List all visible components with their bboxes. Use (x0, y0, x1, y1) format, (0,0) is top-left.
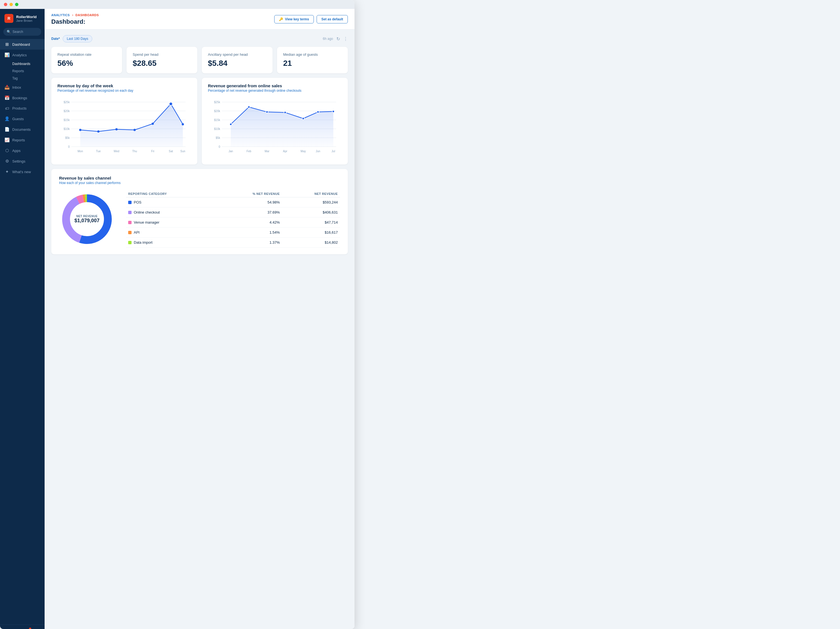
category-label: Venue manager (134, 220, 159, 224)
logo-icon: R (5, 14, 13, 23)
kpi-value: $28.65 (133, 59, 191, 68)
svg-text:Thu: Thu (132, 150, 137, 153)
inbox-icon: 📥 (5, 85, 9, 90)
kpi-label: Repeat visitation rate (57, 52, 116, 57)
breadcrumb-dashboards[interactable]: DASHBOARDS (76, 13, 99, 17)
search-icon: 🔍 (7, 30, 11, 34)
revenue-cell: $593,244 (282, 198, 340, 207)
svg-text:Apr: Apr (283, 150, 287, 153)
revenue-cell: $47,714 (282, 218, 340, 228)
svg-point-18 (169, 102, 172, 106)
color-indicator (128, 241, 131, 244)
svg-point-42 (266, 111, 268, 113)
whats-new-icon: ✦ (5, 169, 9, 174)
svg-text:$15k: $15k (214, 119, 221, 122)
svg-point-16 (134, 129, 136, 131)
last-updated-label: 6h ago (323, 37, 333, 41)
sidebar-item-reports[interactable]: 📈 Reports (0, 135, 44, 145)
sidebar: R RollerWorld Jane Brown 🔍 Search ⊞ Dash… (0, 9, 44, 629)
window-chrome (0, 0, 355, 9)
chart-online-subtitle: Percentage of net revenue generated thro… (208, 89, 342, 93)
breadcrumb-separator: › (72, 13, 73, 17)
kpi-card-ancillary-spend: Ancillary spend per head $5.84 (202, 47, 273, 73)
notification-badge (29, 627, 31, 629)
channel-body: NET REVENUE $1,079,007 REPORTING CATEGOR… (59, 190, 340, 248)
table-row: API 1.54% $16,617 (126, 228, 340, 237)
sidebar-item-tag[interactable]: Tag (12, 75, 44, 82)
sidebar-item-dashboard[interactable]: ⊞ Dashboard (0, 39, 44, 50)
settings-icon: ⚙ (5, 159, 9, 164)
svg-text:Tue: Tue (96, 150, 101, 153)
view-key-terms-button[interactable]: 🔑 View key terms (274, 15, 314, 24)
kpi-label: Median age of guests (283, 52, 342, 57)
main-area: ANALYTICS › DASHBOARDS Dashboard: 🔑 View… (44, 9, 355, 629)
category-label: Data import (134, 240, 152, 245)
svg-text:Fri: Fri (151, 150, 155, 153)
sidebar-item-label: Analytics (12, 53, 27, 57)
svg-point-19 (182, 123, 184, 125)
set-as-default-button[interactable]: Set as default (317, 15, 348, 24)
chrome-maximize[interactable] (15, 3, 18, 6)
svg-text:Mar: Mar (264, 150, 270, 153)
svg-text:0: 0 (218, 145, 220, 149)
sidebar-item-label: Inbox (12, 85, 21, 90)
sidebar-item-apps[interactable]: ⬡ Apps (0, 145, 44, 156)
col-header-category: REPORTING CATEGORY (126, 190, 216, 198)
reports-icon: 📈 (5, 137, 9, 142)
sidebar-item-whats-new[interactable]: ✦ What's new (0, 166, 44, 177)
kpi-value: 56% (57, 59, 116, 68)
sidebar-item-guests[interactable]: 👤 Guests (0, 114, 44, 124)
products-icon: 🏷 (5, 106, 9, 111)
sidebar-item-label: Documents (12, 127, 31, 131)
refresh-icon[interactable]: ↻ (336, 36, 340, 41)
svg-text:$5k: $5k (216, 136, 221, 139)
svg-point-13 (79, 129, 81, 131)
pct-cell: 54.98% (216, 198, 282, 207)
sidebar-item-settings[interactable]: ⚙ Settings (0, 156, 44, 166)
sidebar-item-inbox[interactable]: 📥 Inbox (0, 82, 44, 93)
apps-icon: ⬡ (5, 148, 9, 153)
svg-point-46 (332, 111, 335, 113)
category-label: Online checkout (134, 210, 160, 214)
svg-text:Wed: Wed (114, 150, 119, 153)
sidebar-item-dashboards[interactable]: Dashboards (12, 60, 44, 68)
svg-text:$5k: $5k (65, 136, 70, 139)
sidebar-item-reports-sub[interactable]: Reports (12, 68, 44, 75)
svg-text:$20k: $20k (214, 109, 221, 113)
chrome-close[interactable] (4, 3, 7, 6)
chrome-minimize[interactable] (9, 3, 13, 6)
kpi-value: $5.84 (208, 59, 267, 68)
svg-point-44 (302, 117, 304, 120)
sidebar-item-bookings[interactable]: 📅 Bookings (0, 93, 44, 103)
sidebar-item-label: Settings (12, 159, 25, 163)
col-header-pct: % NET REVENUE (216, 190, 282, 198)
kpi-row: Repeat visitation rate 56% Spend per hea… (51, 47, 348, 73)
topbar-actions: 🔑 View key terms Set as default (274, 15, 348, 24)
charts-row: Revenue by day of the week Percentage of… (51, 78, 348, 164)
breadcrumb-analytics[interactable]: ANALYTICS (51, 13, 69, 17)
sidebar-item-documents[interactable]: 📄 Documents (0, 124, 44, 135)
svg-point-43 (284, 111, 286, 114)
chart-week-title: Revenue by day of the week (57, 83, 191, 88)
color-indicator (128, 201, 131, 204)
analytics-icon: 📊 (5, 52, 9, 57)
sidebar-item-products[interactable]: 🏷 Products (0, 103, 44, 114)
svg-text:$25k: $25k (63, 101, 70, 104)
donut-chart: NET REVENUE $1,079,007 (59, 191, 115, 247)
svg-point-40 (230, 123, 232, 125)
sidebar-item-label: Guests (12, 117, 24, 121)
sidebar-item-analytics[interactable]: 📊 Analytics (0, 50, 44, 60)
search-button[interactable]: 🔍 Search (3, 28, 41, 36)
kpi-value: 21 (283, 59, 342, 68)
svg-text:May: May (301, 150, 306, 153)
chart-week-subtitle: Percentage of net revenue recognized on … (57, 89, 191, 93)
documents-icon: 📄 (5, 127, 9, 132)
category-label: POS (134, 200, 141, 204)
svg-point-14 (97, 131, 99, 133)
chart-online-svg: $25k $20k $15k $10k $5k 0 (208, 96, 342, 159)
more-options-icon[interactable]: ⋮ (343, 36, 348, 41)
date-filter-badge[interactable]: Last 180 Days (63, 35, 93, 43)
chart-online-card: Revenue generated from online sales Perc… (202, 78, 348, 164)
channel-subtitle: How each of your sales channel performs (59, 181, 340, 185)
table-row: Online checkout 37.69% $406,631 (126, 207, 340, 218)
